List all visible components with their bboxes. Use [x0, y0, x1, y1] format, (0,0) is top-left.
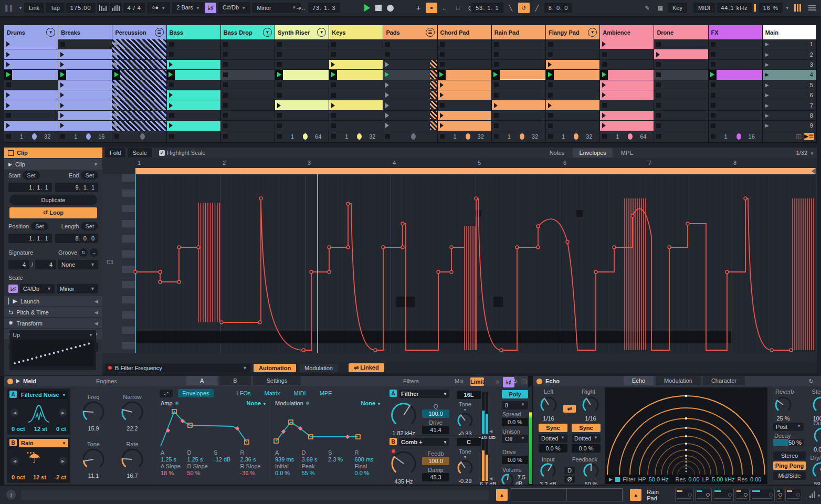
clip-slot[interactable]	[112, 121, 166, 131]
echo-left-sync-button[interactable]: Sync	[539, 424, 567, 432]
clip-slot[interactable]	[492, 90, 546, 100]
track-header[interactable]: Keys	[329, 25, 383, 39]
track-header[interactable]: Drums▼	[4, 25, 58, 39]
meld-tab-settings[interactable]: Settings	[253, 376, 301, 385]
clip-slot[interactable]	[167, 70, 221, 80]
launch-section[interactable]: ▏▶Launch◀	[4, 296, 102, 306]
clip-slot[interactable]	[275, 39, 329, 49]
clip-slot[interactable]	[383, 49, 437, 59]
echo-input-knob[interactable]: 3.2 dB	[540, 463, 556, 487]
clip-slot[interactable]	[709, 100, 763, 110]
signature-denominator-field[interactable]: 4	[35, 260, 56, 269]
record-button[interactable]	[387, 5, 394, 12]
clip-length-field[interactable]: 8. 0. 0	[55, 234, 99, 243]
groove-commit-icon[interactable]: →	[90, 248, 98, 257]
quantization-menu[interactable]: 2 Bars ▼	[172, 2, 205, 14]
track-header[interactable]: Rain Pad	[492, 25, 546, 39]
clip-slot[interactable]	[600, 100, 654, 110]
engine-a-narrow-knob[interactable]: Narrow22.2	[121, 394, 144, 432]
meld-tab-a[interactable]: A	[186, 376, 217, 385]
echo-phase-button[interactable]: Ø	[564, 476, 575, 483]
metronome-button[interactable]: ○● ▼	[147, 2, 170, 14]
scene-slot-9[interactable]: ▶9	[763, 121, 817, 131]
menu-circle-icon[interactable]: ☰	[155, 28, 164, 37]
clip-slot[interactable]	[221, 39, 275, 49]
fold-button[interactable]: Fold	[105, 148, 125, 158]
track-status-cell[interactable]: 116	[709, 131, 763, 142]
engine-b-oct[interactable]: 0 oct	[12, 474, 25, 480]
echo-tab-echo[interactable]: Echo	[624, 376, 654, 385]
clip-slot[interactable]	[438, 121, 492, 131]
clip-slot[interactable]	[221, 49, 275, 59]
echo-d-button[interactable]: D	[564, 467, 575, 474]
amp-sustain[interactable]: -12 dB	[214, 456, 240, 463]
highlight-scale-checkbox[interactable]: ✓	[159, 150, 165, 156]
clip-slot[interactable]	[58, 121, 112, 131]
echo-filter-enable-icon[interactable]	[615, 477, 620, 482]
clip-slot[interactable]	[275, 100, 329, 110]
clip-slot[interactable]	[221, 111, 275, 121]
clip-slot[interactable]	[600, 39, 654, 49]
device-chain-overview[interactable]	[675, 489, 802, 501]
clip-slot[interactable]	[383, 100, 437, 110]
amp-adsr-graph[interactable]	[159, 407, 269, 449]
tempo-field[interactable]: 175.00	[66, 3, 96, 13]
groove-refresh-icon[interactable]: ↻	[79, 248, 88, 257]
end-set-button[interactable]: Set	[81, 171, 98, 180]
clip-slot[interactable]	[492, 100, 546, 110]
layout-caret-icon[interactable]: ▼	[18, 6, 23, 10]
clip-slot[interactable]	[275, 121, 329, 131]
stop-all-clips-icon[interactable]: ▶☰	[804, 133, 814, 140]
echo-title[interactable]: Echo	[545, 378, 560, 384]
scene-slot-5[interactable]: ▶5	[763, 80, 817, 90]
engine-b-next-icon[interactable]: ▶	[59, 457, 67, 465]
clip-slot[interactable]	[58, 100, 112, 110]
overdub-plus-icon[interactable]: +	[413, 3, 424, 13]
arrangement-position-field[interactable]: 73. 1. 3	[308, 3, 340, 13]
echo-reverb-knob[interactable]: 25 %	[774, 396, 792, 422]
scene-slot-2[interactable]: ▶2	[763, 49, 817, 59]
play-button[interactable]	[364, 4, 370, 12]
clip-slot[interactable]	[275, 49, 329, 59]
engine-b-prev-icon[interactable]: ◀	[10, 457, 19, 465]
clip-section-header[interactable]: ▶ Clip▼	[4, 159, 102, 170]
clip-slot[interactable]	[383, 90, 437, 100]
scene-slot-7[interactable]: ▶7	[763, 100, 817, 110]
key-signature-icon[interactable]: ♭♯	[205, 3, 216, 13]
draw-mode-icon[interactable]: ✎	[641, 3, 653, 13]
poly-button[interactable]: Poly	[502, 390, 528, 398]
echo-randomize-icon[interactable]: ↻	[809, 378, 814, 385]
meld-expand-icon[interactable]	[16, 379, 20, 383]
echo-hp-res[interactable]: 0.00	[688, 476, 699, 482]
engine-a-oct[interactable]: 0 oct	[12, 426, 25, 432]
clip-slot[interactable]	[600, 60, 654, 70]
echo-lp-freq[interactable]: 5.00 kHz	[712, 476, 734, 482]
voices-menu[interactable]: 8▼	[502, 401, 528, 410]
tap-tempo-button[interactable]: Tap	[46, 3, 65, 13]
chevron-circle-icon[interactable]: ▼	[46, 28, 55, 37]
clip-slot[interactable]	[600, 70, 654, 80]
filter-a-freq-knob[interactable]: 1.82 kHz	[391, 402, 417, 436]
clip-slot[interactable]	[329, 49, 383, 59]
filter-a-drive[interactable]: 41.4	[422, 426, 449, 434]
clip-slot[interactable]	[58, 60, 112, 70]
clip-slot[interactable]	[654, 39, 708, 49]
clip-slot[interactable]	[329, 121, 383, 131]
clip-slot[interactable]	[4, 70, 58, 80]
clip-slot[interactable]	[546, 60, 600, 70]
clip-slot[interactable]	[112, 39, 166, 49]
grid-setting[interactable]: 1/32 ▼	[796, 150, 814, 156]
clip-position-field[interactable]: 1. 1. 1	[8, 234, 52, 243]
mod-peak[interactable]: 55 %	[302, 470, 329, 476]
track-header[interactable]: Ambience	[600, 25, 654, 39]
clip-slot[interactable]	[492, 70, 546, 80]
amp-decay[interactable]: 1.25 s	[187, 456, 214, 463]
clip-slot[interactable]	[329, 39, 383, 49]
loop-toggle-button[interactable]: ↺ Loop	[9, 207, 97, 218]
clip-slot[interactable]	[58, 90, 112, 100]
scene-slot-4[interactable]: ▶4	[763, 70, 817, 80]
clip-slot[interactable]	[112, 111, 166, 121]
session-view-toggle-icon[interactable]	[794, 4, 801, 12]
echo-tab-modulation[interactable]: Modulation	[656, 376, 701, 385]
menu-circle-icon[interactable]: ☰	[426, 28, 435, 37]
